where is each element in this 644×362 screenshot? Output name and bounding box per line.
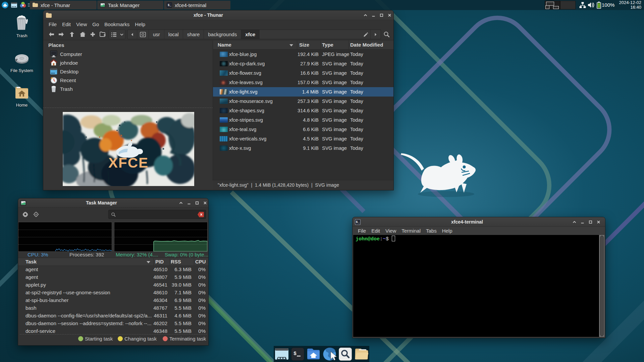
svg-text:$_: $_: [168, 4, 171, 7]
svg-text:XFCE: XFCE: [108, 155, 149, 171]
svg-text:$: $: [293, 351, 297, 357]
